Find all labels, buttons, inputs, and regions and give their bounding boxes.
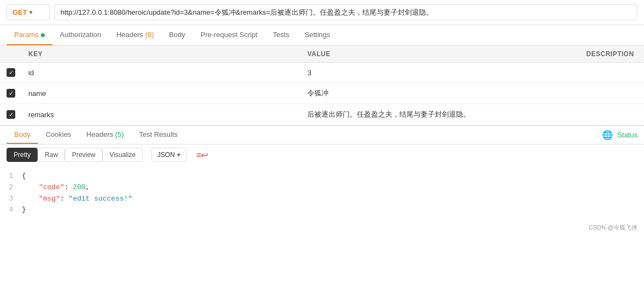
- format-selector[interactable]: JSON ▾: [151, 148, 186, 162]
- code-line: 1 {: [0, 171, 644, 182]
- tab-params[interactable]: Params: [7, 25, 52, 45]
- col-header-desc: DESCRIPTION: [580, 46, 644, 63]
- col-header-checkbox: [0, 46, 22, 63]
- status-text: Status: [617, 131, 637, 139]
- tab-settings[interactable]: Settings: [297, 25, 338, 45]
- row-key: name: [22, 83, 301, 104]
- response-status-area: 🌐 Status: [602, 130, 637, 140]
- view-btn-pretty[interactable]: Pretty: [7, 148, 38, 162]
- row-key: remarks: [22, 104, 301, 125]
- checkbox-icon: ✓: [7, 110, 15, 119]
- chevron-down-icon: ▾: [29, 9, 32, 15]
- url-bar: GET ▾: [0, 0, 644, 25]
- response-tabs: BodyCookiesHeaders (5)Test Results 🌐 Sta…: [0, 126, 644, 144]
- view-buttons: PrettyRawPreviewVisualize: [7, 148, 143, 162]
- checkbox-icon: ✓: [7, 68, 15, 77]
- response-tabs-list: BodyCookiesHeaders (5)Test Results: [7, 126, 602, 144]
- code-line: 3 "msg": "edit success!": [0, 194, 644, 205]
- tab-tests[interactable]: Tests: [265, 25, 297, 45]
- row-description: [580, 63, 644, 83]
- line-content: }: [22, 204, 644, 216]
- line-number: 4: [0, 204, 22, 216]
- response-tab-headers[interactable]: Headers (5): [79, 126, 132, 144]
- code-line: 4 }: [0, 204, 644, 216]
- response-tab-test-results[interactable]: Test Results: [131, 126, 185, 144]
- row-description: [580, 83, 644, 104]
- code-line: 2 "code": 200,: [0, 182, 644, 194]
- line-content: "msg": "edit success!": [22, 194, 644, 205]
- view-btn-preview[interactable]: Preview: [65, 148, 102, 162]
- params-table: KEY VALUE DESCRIPTION ✓ id 3 ✓ name 令狐冲 …: [0, 46, 644, 125]
- tab-body[interactable]: Body: [161, 25, 193, 45]
- row-checkbox[interactable]: ✓: [0, 104, 22, 125]
- tab-pre-request-script[interactable]: Pre-request Script: [193, 25, 265, 45]
- row-value: 后被逐出师门。任盈盈之夫，结尾与妻子封剑退隐。: [301, 104, 580, 125]
- col-header-key: KEY: [22, 46, 301, 63]
- response-tab-cookies[interactable]: Cookies: [38, 126, 79, 144]
- url-input[interactable]: [54, 4, 637, 20]
- row-key: id: [22, 63, 301, 83]
- col-header-value: VALUE: [301, 46, 580, 63]
- response-tab-body[interactable]: Body: [7, 126, 38, 144]
- request-tabs: ParamsAuthorizationHeaders (6)BodyPre-re…: [0, 25, 644, 46]
- line-content: "code": 200,: [22, 182, 644, 194]
- line-content: {: [22, 171, 644, 182]
- format-text: JSON: [157, 151, 175, 159]
- row-description: [580, 104, 644, 125]
- tab-headers[interactable]: Headers (6): [109, 25, 162, 45]
- line-number: 2: [0, 182, 22, 194]
- view-btn-raw[interactable]: Raw: [38, 148, 65, 162]
- row-value: 令狐冲: [301, 83, 580, 104]
- params-section: KEY VALUE DESCRIPTION ✓ id 3 ✓ name 令狐冲 …: [0, 46, 644, 125]
- response-toolbar: PrettyRawPreviewVisualize JSON ▾ ≡↩: [0, 144, 644, 165]
- checkbox-icon: ✓: [7, 89, 15, 98]
- format-chevron-icon: ▾: [177, 151, 180, 159]
- view-btn-visualize[interactable]: Visualize: [102, 148, 143, 162]
- table-header-row: KEY VALUE DESCRIPTION: [0, 46, 644, 63]
- row-value: 3: [301, 63, 580, 83]
- table-row: ✓ id 3: [0, 63, 644, 83]
- method-selector[interactable]: GET ▾: [7, 4, 50, 20]
- row-checkbox[interactable]: ✓: [0, 63, 22, 83]
- tab-authorization[interactable]: Authorization: [52, 25, 109, 45]
- response-section: BodyCookiesHeaders (5)Test Results 🌐 Sta…: [0, 125, 644, 234]
- table-row: ✓ remarks 后被逐出师门。任盈盈之夫，结尾与妻子封剑退隐。: [0, 104, 644, 125]
- row-checkbox[interactable]: ✓: [0, 83, 22, 104]
- watermark: CSDN @今狐飞侠: [0, 221, 644, 234]
- globe-icon: 🌐: [602, 130, 613, 140]
- code-view: 1 { 2 "code": 200, 3 "msg": "edit succes…: [0, 165, 644, 221]
- line-number: 1: [0, 171, 22, 182]
- table-row: ✓ name 令狐冲: [0, 83, 644, 104]
- method-text: GET: [13, 8, 27, 16]
- line-number: 3: [0, 194, 22, 205]
- wrap-button[interactable]: ≡↩: [193, 149, 211, 161]
